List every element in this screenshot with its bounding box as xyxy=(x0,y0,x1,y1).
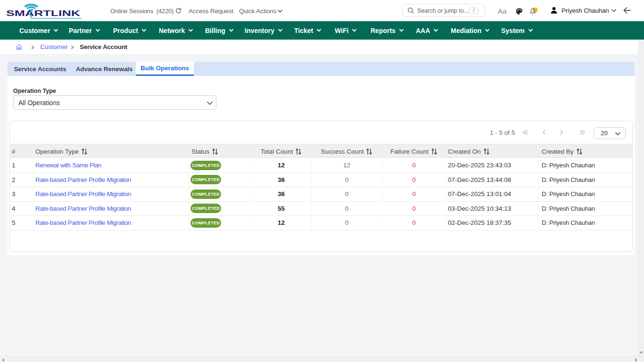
svg-text:SMARTLINK: SMARTLINK xyxy=(6,9,81,18)
